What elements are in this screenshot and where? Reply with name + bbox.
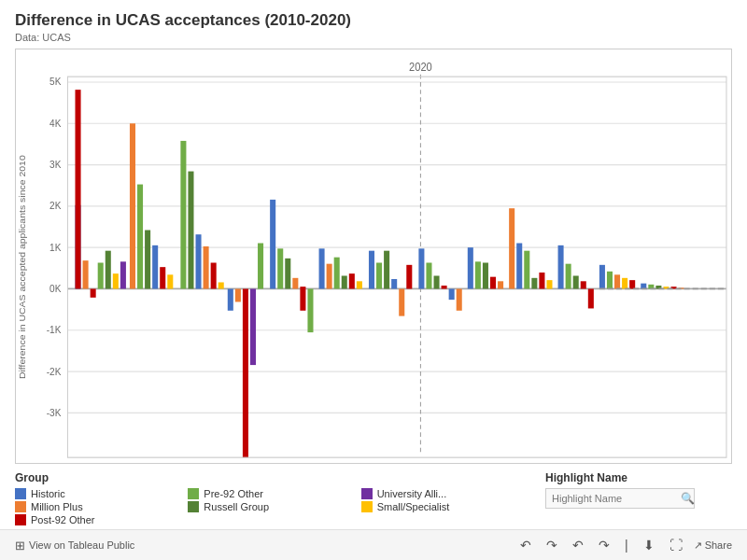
svg-rect-45 [270, 200, 275, 289]
svg-rect-97 [75, 90, 80, 288]
svg-text:-1K: -1K [47, 324, 62, 336]
search-icon: 🔍 [681, 492, 695, 505]
svg-rect-41 [235, 288, 241, 301]
svg-rect-52 [327, 264, 332, 289]
svg-text:Difference in UCAS accepted ap: Difference in UCAS accepted applicants s… [18, 155, 27, 379]
svg-rect-51 [319, 248, 325, 288]
svg-rect-46 [277, 248, 283, 288]
svg-rect-82 [573, 275, 579, 288]
svg-rect-88 [622, 278, 627, 289]
legend-swatch-russell [188, 501, 199, 512]
legend-item-small: Small/Specialist [361, 501, 527, 512]
svg-rect-37 [204, 246, 209, 288]
svg-rect-30 [145, 231, 150, 289]
svg-rect-74 [509, 208, 514, 288]
svg-rect-79 [546, 280, 552, 288]
svg-rect-39 [218, 282, 224, 288]
svg-rect-80 [558, 245, 564, 289]
highlight-input[interactable] [552, 493, 681, 504]
svg-rect-23 [91, 288, 96, 297]
svg-rect-69 [468, 247, 473, 288]
svg-rect-63 [418, 248, 424, 288]
svg-rect-55 [349, 273, 355, 288]
svg-rect-53 [334, 258, 340, 289]
svg-rect-33 [167, 274, 173, 288]
legend-item-pre92: Pre-92 Other [188, 488, 353, 499]
svg-rect-42 [243, 288, 248, 457]
share-button[interactable]: ↗ Share [694, 539, 732, 552]
svg-rect-24 [98, 262, 104, 288]
legend-label-historic: Historic [31, 488, 65, 499]
svg-rect-22 [83, 260, 89, 288]
svg-rect-56 [357, 281, 362, 288]
footer-controls: ↶ ↷ ↶ ↷ | ⬇ ⛶ ↗ Share [516, 536, 732, 554]
svg-text:4K: 4K [49, 117, 62, 129]
highlight-input-wrapper[interactable]: 🔍 [545, 488, 695, 509]
svg-text:1K: 1K [49, 241, 62, 253]
legend-title: Group [15, 471, 527, 484]
svg-rect-59 [384, 251, 389, 289]
svg-rect-61 [399, 288, 404, 315]
legend-swatch-million [15, 501, 26, 512]
svg-rect-65 [434, 275, 440, 288]
svg-rect-75 [516, 244, 522, 289]
highlight-section: Highlight Name 🔍 [545, 471, 732, 509]
svg-rect-84 [588, 288, 594, 308]
legend-item-univ-alli: University Alli... [361, 488, 527, 499]
tableau-link[interactable]: ⊞ View on Tableau Public [15, 539, 134, 553]
legend-item-historic: Historic [15, 488, 180, 499]
svg-rect-38 [211, 262, 217, 288]
svg-text:-3K: -3K [47, 406, 62, 418]
svg-rect-48 [292, 278, 298, 289]
svg-rect-44 [258, 244, 263, 289]
legend-swatch-pre92 [188, 488, 199, 499]
svg-rect-73 [498, 281, 503, 288]
svg-rect-36 [196, 234, 202, 288]
legend-swatch-univ-alli [361, 488, 373, 499]
svg-text:2K: 2K [49, 200, 62, 212]
svg-text:5K: 5K [49, 76, 62, 88]
chart-title: Difference in UCAS acceptances (2010-202… [15, 11, 732, 30]
legend-item-post92: Post-92 Other [15, 514, 180, 525]
svg-rect-62 [406, 265, 412, 289]
svg-rect-47 [285, 259, 290, 289]
svg-rect-98 [67, 77, 726, 457]
svg-rect-71 [483, 262, 488, 288]
share-icon: ↗ [694, 539, 702, 552]
svg-rect-54 [342, 275, 347, 288]
svg-rect-32 [160, 267, 165, 288]
svg-rect-67 [449, 288, 455, 300]
share-label: Share [705, 539, 732, 551]
legend-item-million: Million Plus [15, 501, 180, 512]
chart-subtitle: Data: UCAS [15, 32, 732, 43]
svg-rect-49 [300, 287, 305, 311]
svg-rect-68 [457, 288, 462, 310]
chart-area: 5K 4K 3K 2K 1K 0K -1K -2K -3K 2020 Diffe… [15, 49, 732, 464]
svg-text:0K: 0K [49, 282, 62, 294]
legend-and-controls: Group Historic Pre-92 Other University A… [15, 464, 732, 529]
svg-rect-25 [106, 251, 111, 289]
undo2-button[interactable]: ↶ [569, 536, 587, 554]
undo-button[interactable]: ↶ [516, 536, 535, 554]
legend-label-post92: Post-92 Other [31, 514, 94, 525]
legend-items: Historic Pre-92 Other University Alli...… [15, 488, 527, 525]
svg-rect-78 [539, 273, 544, 288]
svg-rect-81 [566, 264, 571, 289]
legend-label-univ-alli: University Alli... [377, 488, 447, 499]
legend-label-small: Small/Specialist [377, 501, 450, 512]
svg-text:3K: 3K [49, 158, 62, 170]
redo-button[interactable]: ↷ [543, 536, 561, 554]
divider: | [621, 536, 632, 554]
svg-rect-29 [137, 185, 143, 289]
highlight-title: Highlight Name [545, 471, 732, 484]
legend-item-russell: Russell Group [188, 501, 353, 512]
tableau-footer: ⊞ View on Tableau Public ↶ ↷ ↶ ↷ | ⬇ ⛶ ↗… [0, 529, 747, 560]
fullscreen-button[interactable]: ⛶ [666, 536, 686, 554]
svg-rect-77 [531, 278, 537, 289]
svg-rect-35 [188, 172, 193, 289]
redo2-button[interactable]: ↷ [595, 536, 613, 554]
svg-rect-76 [524, 251, 529, 289]
svg-rect-83 [581, 281, 586, 288]
svg-rect-87 [614, 274, 620, 288]
download-button[interactable]: ⬇ [640, 536, 658, 554]
